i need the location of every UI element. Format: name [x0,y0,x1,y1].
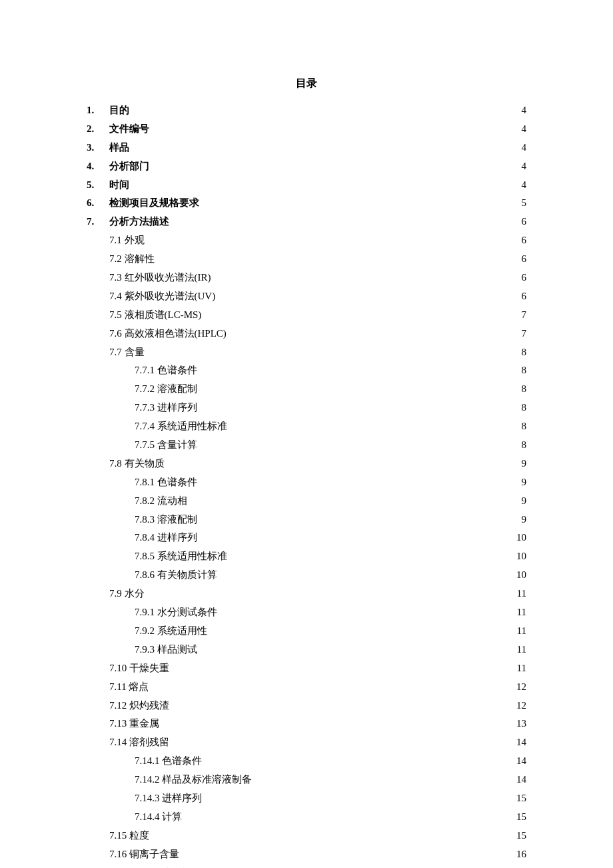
toc-entry-subnumber: 7.14.4 [135,811,162,822]
toc-entry-label: 7.3 红外吸收光谱法(IR) [109,269,506,287]
toc-entry: 7.5 液相质谱(LC-MS)7 [87,306,526,325]
toc-entry-text: 液相质谱(LC-MS) [125,309,202,320]
toc-entry-subnumber: 7.6 [109,328,125,339]
toc-entry-page: 13 [506,715,526,733]
toc-entry-text: 计算 [162,811,182,822]
toc-entry: 3.样品4 [87,139,526,157]
toc-entry-page: 8 [506,343,526,362]
toc-entry-page: 9 [506,455,526,473]
toc-entry-page: 15 [506,827,526,845]
toc-entry-text: 炽灼残渣 [129,700,169,711]
toc-entry: 4.分析部门4 [87,157,526,176]
toc-entry: 7.4 紫外吸收光谱法(UV)6 [87,287,526,306]
toc-entry-label: 7.5 液相质谱(LC-MS) [109,306,506,325]
toc-entry-page: 10 [506,547,526,566]
toc-entry-text: 溶液配制 [157,514,197,525]
toc-entry-text: 溶剂残留 [129,737,169,747]
toc-entry-page: 9 [506,473,526,492]
toc-entry-page: 8 [506,399,526,417]
toc-title: 目录 [87,77,526,91]
toc-entry-page: 8 [506,417,526,436]
toc-entry-subnumber: 7.8.3 [135,514,157,525]
toc-entry-text: 外观 [125,235,145,245]
toc-entry-page: 15 [506,808,526,827]
toc-entry-text: 水分测试条件 [157,607,217,617]
toc-entry-label: 7.7.2 溶液配制 [109,380,506,399]
toc-entry-page: 4 [506,101,526,120]
toc-entry-page: 4 [506,176,526,195]
toc-entry-text: 色谱条件 [157,365,197,375]
toc-entry: 7.9.2 系统适用性11 [87,622,526,641]
toc-entry: 7.8.3 溶液配制9 [87,511,526,529]
toc-entry-number: 1. [87,101,109,120]
toc-entry: 7.8.5 系统适用性标准10 [87,547,526,566]
toc-entry-label: 7.7.5 含量计算 [109,436,506,455]
toc-entry-label: 分析方法描述 [109,213,506,231]
toc-entry-label: 7.16 铜离子含量 [109,845,506,864]
toc-entry-page: 6 [506,213,526,231]
toc-entry-label: 样品 [109,139,506,157]
toc-entry-number: 2. [87,120,109,139]
toc-entry-label: 检测项目及规格要求 [109,194,506,213]
toc-entry-subnumber: 7.13 [109,718,129,729]
toc-entry-label: 7.9 水分 [109,585,506,603]
toc-entry-label: 7.11 熔点 [109,678,506,697]
toc-entry-label: 7.8.1 色谱条件 [109,473,506,492]
toc-entry: 7.8.4 进样序列10 [87,529,526,547]
toc-entry-text: 水分 [125,588,145,599]
toc-entry-label: 目的 [109,101,506,120]
toc-entry-text: 重金属 [129,718,159,729]
toc-entry-subnumber: 7.7.1 [135,365,157,375]
toc-entry: 6.检测项目及规格要求5 [87,194,526,213]
toc-entry: 5.时间4 [87,176,526,195]
toc-entry: 7.9.1 水分测试条件11 [87,603,526,622]
toc-entry-page: 12 [506,678,526,697]
toc-entry-subnumber: 7.14.1 [135,755,162,766]
toc-entry-text: 有关物质计算 [157,569,217,580]
toc-entry-subnumber: 7.7.4 [135,421,157,431]
toc-entry: 7.3 红外吸收光谱法(IR)6 [87,269,526,287]
toc-entry: 1.目的4 [87,101,526,120]
toc-entry: 7.7.4 系统适用性标准8 [87,417,526,436]
toc-entry: 7.16.1 仪器设备16 [87,864,526,868]
toc-entry-number: 6. [87,194,109,213]
toc-entry-label: 7.8.3 溶液配制 [109,511,506,529]
toc-entry-label: 7.6 高效液相色谱法(HPLC) [109,325,506,343]
toc-entry-label: 7.14.3 进样序列 [109,789,506,808]
toc-entry-subnumber: 7.4 [109,291,125,301]
toc-entry-subnumber: 7.9.2 [135,625,157,636]
toc-entry: 7.14.2 样品及标准溶液制备14 [87,771,526,789]
toc-entry-subnumber: 7.16 [109,849,129,859]
toc-entry-label: 分析部门 [109,157,506,176]
toc-entry-text: 色谱条件 [162,755,202,766]
toc-entry-text: 流动相 [157,495,187,506]
toc-entry-text: 样品测试 [157,644,197,655]
toc-entry-page: 8 [506,361,526,380]
toc-entry: 7.7.3 进样序列8 [87,399,526,417]
toc-entry: 7.7.5 含量计算8 [87,436,526,455]
toc-entry-subnumber: 7.7.5 [135,439,157,450]
toc-entry-text: 系统适用性 [157,625,207,636]
toc-entry-text: 系统适用性标准 [157,551,227,561]
table-of-contents: 1.目的42.文件编号43.样品44.分析部门45.时间46.检测项目及规格要求… [87,101,526,868]
toc-entry-subnumber: 7.7.2 [135,383,157,394]
toc-entry-text: 样品及标准溶液制备 [162,774,252,785]
toc-entry-text: 熔点 [129,681,149,692]
document-page: 目录 1.目的42.文件编号43.样品44.分析部门45.时间46.检测项目及规… [0,0,613,868]
toc-entry-page: 10 [506,566,526,585]
toc-entry-subnumber: 7.9.3 [135,644,157,655]
toc-entry-subnumber: 7.8.1 [135,477,157,487]
toc-entry: 7.14.4 计算15 [87,808,526,827]
toc-entry-label: 7.9.1 水分测试条件 [109,603,506,622]
toc-entry-label: 7.15 粒度 [109,827,506,845]
toc-entry: 7.9.3 样品测试11 [87,641,526,659]
toc-entry-text: 干燥失重 [129,663,169,673]
toc-entry-subnumber: 7.8.5 [135,551,157,561]
toc-entry-page: 6 [506,250,526,269]
toc-entry: 2.文件编号4 [87,120,526,139]
toc-entry-subnumber: 7.8 [109,458,125,469]
toc-entry-number: 5. [87,176,109,195]
toc-entry: 7.14 溶剂残留14 [87,733,526,752]
toc-entry-label: 7.9.2 系统适用性 [109,622,506,641]
toc-entry-label: 7.8.5 系统适用性标准 [109,547,506,566]
